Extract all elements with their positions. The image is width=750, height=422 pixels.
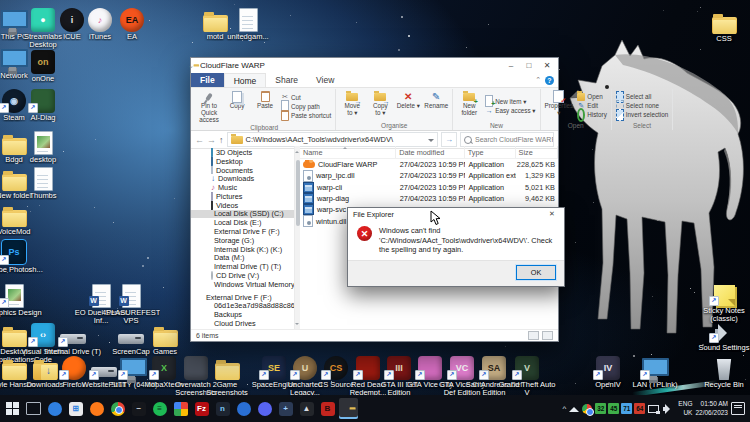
- ribbon-button-copy-to[interactable]: →Copyto ▾: [366, 89, 394, 122]
- utility-app-taskbar-button[interactable]: +: [276, 398, 295, 419]
- desktop-icon-games-folder[interactable]: Games: [136, 320, 194, 356]
- mountain-app-taskbar-button[interactable]: ▲: [297, 398, 316, 419]
- tray-triangle-icon[interactable]: [569, 404, 579, 414]
- ribbon-button-rename[interactable]: ✎Rename: [422, 89, 450, 122]
- volume-icon[interactable]: [663, 404, 675, 414]
- desktop-icon-onone[interactable]: ononOne: [14, 47, 72, 83]
- desktop-icon-lan-tplink[interactable]: ↗LAN (TPLink): [626, 353, 684, 389]
- nav-item-06d1e3ea7d98a8d88c8652fe[interactable]: 06d1e3ea7d98a8d88c8652fe: [191, 302, 294, 311]
- ribbon-button-move-to[interactable]: →Moveto ▾: [338, 89, 366, 122]
- desktop-icon-css-folder[interactable]: CSS: [695, 7, 750, 43]
- game-app-taskbar-button[interactable]: ~: [129, 398, 148, 419]
- desktop-icon-desktop-file[interactable]: desktop: [14, 128, 72, 164]
- nav-item-documents[interactable]: Documents: [191, 166, 294, 175]
- dialog-close-icon[interactable]: ✕: [545, 210, 559, 218]
- file-row-warp-diag[interactable]: warp-diag27/04/2023 10:59 PMApplication9…: [300, 193, 558, 204]
- address-dropdown-icon[interactable]: [428, 139, 434, 145]
- ribbon-button-open[interactable]: Open: [577, 93, 607, 101]
- desktop-icon-recycle-bin[interactable]: Recycle Bin: [695, 353, 750, 389]
- spotify-taskbar-button[interactable]: ≡: [150, 398, 169, 419]
- ribbon-button-history[interactable]: History: [577, 111, 607, 119]
- desktop-icon-adobe-photoshop[interactable]: Ps↗Adobe Photosh...: [0, 238, 43, 274]
- nav-item-desktop[interactable]: Desktop: [191, 157, 294, 166]
- tab-file[interactable]: File: [191, 73, 224, 87]
- help-icon[interactable]: ?: [545, 76, 554, 85]
- nav-item-external-drive-f-f[interactable]: External Drive F (F:): [191, 227, 294, 236]
- desktop-icon-thumbs-file[interactable]: Thumbs: [14, 164, 72, 200]
- ribbon-button-properties[interactable]: Properties ▾: [543, 89, 576, 122]
- app-window-taskbar-button[interactable]: [24, 398, 43, 419]
- desktop-icon-internal-drive-t[interactable]: ↗Internal Drive (T): [44, 320, 102, 356]
- nav-item-external-drive-f-f[interactable]: External Drive F (F:): [191, 293, 294, 302]
- start-button-taskbar-button[interactable]: [3, 398, 22, 419]
- nav-item-storage-g[interactable]: Storage (G:): [191, 236, 294, 245]
- search-input[interactable]: Search CloudFlare WARP: [460, 132, 554, 147]
- tab-home[interactable]: Home: [224, 73, 267, 87]
- network-icon[interactable]: [648, 404, 660, 414]
- tab-share[interactable]: Share: [266, 73, 307, 87]
- column-header-date-modified[interactable]: Date modified: [396, 146, 465, 158]
- desktop-icon-ea-app[interactable]: EAEA: [103, 5, 161, 41]
- up-button[interactable]: ↑: [219, 135, 224, 145]
- nav-item-videos[interactable]: Videos: [191, 201, 294, 210]
- paint3d-taskbar-button[interactable]: [45, 398, 64, 419]
- ribbon-button-new-folder[interactable]: +Newfolder: [455, 89, 483, 122]
- language-indicator[interactable]: ENGUK: [678, 400, 692, 416]
- desktop-icon-graphics-design[interactable]: ↗Graphics Design: [0, 281, 43, 317]
- chrome-taskbar-button[interactable]: [108, 398, 127, 419]
- forward-button[interactable]: →: [207, 135, 216, 145]
- file-explorer-taskbar-button[interactable]: [339, 398, 358, 419]
- desktop-icon-gta-v[interactable]: V↗Grand Theft Auto V: [498, 353, 556, 398]
- column-header-size[interactable]: Size: [516, 146, 558, 158]
- back-button[interactable]: ←: [195, 135, 204, 145]
- nav-item-cloud-drives[interactable]: Cloud Drives: [191, 319, 294, 328]
- globe-app-taskbar-button[interactable]: [234, 398, 253, 419]
- desktop-icon-voicemod-folder[interactable]: VoiceMod: [0, 200, 43, 236]
- minimize-button[interactable]: –: [502, 59, 520, 73]
- desktop-icon-unitedgam-file[interactable]: unitedgam...: [219, 5, 277, 41]
- ribbon-button-copy[interactable]: Copy: [223, 89, 251, 124]
- temp-badge-64[interactable]: 64: [634, 403, 645, 414]
- nav-item-3d-objects[interactable]: 3D Objects: [191, 148, 294, 157]
- nav-item-backups[interactable]: Backups: [191, 310, 294, 319]
- firefox-taskbar-button[interactable]: [87, 398, 106, 419]
- temp-badge-32[interactable]: 32: [595, 403, 606, 414]
- desktop-icon-sound-settings[interactable]: ↗Sound Settings: [695, 316, 750, 352]
- nav-item-local-disk-e[interactable]: Local Disk (E:): [191, 218, 294, 227]
- tray-chrome-icon[interactable]: [582, 404, 592, 414]
- nav-item-downloads[interactable]: ↓Downloads: [191, 174, 294, 183]
- details-view-button[interactable]: [528, 331, 539, 340]
- refresh-button[interactable]: →: [441, 132, 457, 147]
- action-center-icon[interactable]: [731, 402, 745, 415]
- close-button[interactable]: ✕: [538, 59, 556, 73]
- nav-item-internal-disk-k-k[interactable]: Internal Disk (K:) (K:): [191, 245, 294, 254]
- nav-item-data-m[interactable]: Data (M:): [191, 254, 294, 263]
- microsoft-store-taskbar-button[interactable]: ⊞: [66, 398, 85, 419]
- nav-item-pictures[interactable]: Pictures: [191, 192, 294, 201]
- b-app-taskbar-button[interactable]: B: [318, 398, 337, 419]
- file-row-warp-ipc-dll[interactable]: warp_ipc.dll27/04/2023 10:59 PMApplicati…: [300, 170, 558, 181]
- maximize-button[interactable]: □: [520, 59, 538, 73]
- tab-view[interactable]: View: [307, 73, 343, 87]
- column-header-type[interactable]: Type: [465, 146, 516, 158]
- filezilla-taskbar-button[interactable]: Fz: [192, 398, 211, 419]
- collapse-ribbon-icon[interactable]: ⌃: [535, 76, 541, 84]
- ribbon-button-paste-shortcut[interactable]: Paste shortcut: [281, 111, 331, 119]
- ok-button[interactable]: OK: [516, 265, 556, 280]
- ribbon-button-delete[interactable]: ✕Delete ▾: [394, 89, 422, 122]
- notepad-app-taskbar-button[interactable]: n: [213, 398, 232, 419]
- nav-item-music[interactable]: ♪Music: [191, 183, 294, 192]
- desktop-icon-ai-diag[interactable]: ↗AI-Diag: [14, 86, 72, 122]
- file-row-cloudflare-warp[interactable]: CloudFlare WARP27/04/2023 10:59 PMApplic…: [300, 159, 558, 170]
- ribbon-button-easy-access[interactable]: →Easy access ▾: [485, 106, 535, 114]
- clock[interactable]: 01:50 AM 22/06/2023: [695, 400, 728, 416]
- temp-badge-45[interactable]: 45: [608, 403, 619, 414]
- temp-badge-71[interactable]: 71: [621, 403, 632, 414]
- ribbon-button-invert-selection[interactable]: Invert selection: [616, 111, 668, 119]
- nav-item-local-disk-ssd-c[interactable]: Local Disk (SSD) (C:): [191, 210, 294, 219]
- ribbon-button-new-item[interactable]: +New item ▾: [485, 97, 535, 105]
- address-input[interactable]: C:\Windows\AAct_Tools\wdvdriver\x64WDV\: [227, 132, 439, 147]
- nav-item-windows-virtual-memory[interactable]: Windows Virtual Memory (): [191, 280, 294, 289]
- thumbnails-view-button[interactable]: [542, 331, 553, 340]
- discord-taskbar-button[interactable]: [255, 398, 274, 419]
